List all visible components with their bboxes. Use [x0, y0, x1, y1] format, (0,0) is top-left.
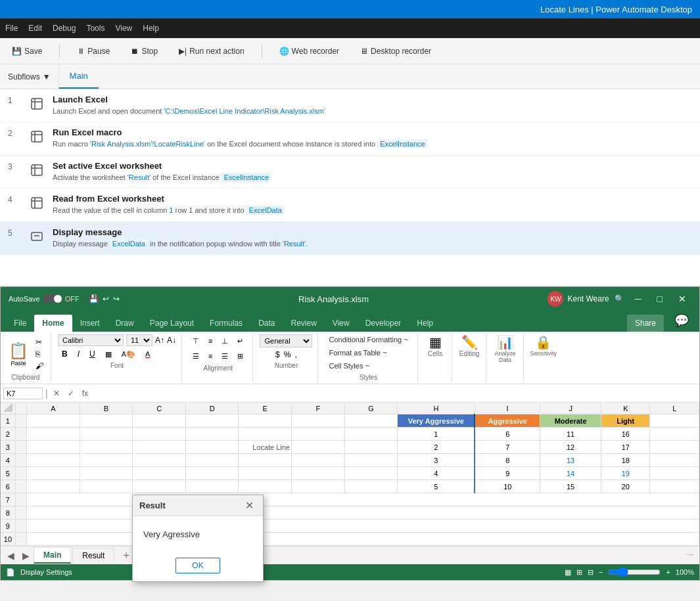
col-header-G[interactable]: G — [344, 403, 398, 414]
search-excel-icon[interactable]: 🔍 — [615, 294, 624, 303]
cell-B1[interactable] — [80, 414, 133, 428]
italic-button[interactable]: I — [74, 347, 83, 361]
tab-review[interactable]: Review — [283, 315, 324, 332]
cell-F5[interactable] — [292, 467, 345, 480]
fill-color-button[interactable]: A🎨 — [118, 348, 139, 361]
menu-edit[interactable]: Edit — [28, 24, 42, 33]
cell-L4[interactable] — [650, 454, 699, 467]
cell-L6[interactable] — [650, 480, 699, 493]
page-break-view-button[interactable]: ⊟ — [588, 568, 594, 577]
cell-J3[interactable]: 12 — [540, 441, 601, 454]
cell-G4[interactable] — [344, 454, 398, 467]
align-bottom-button[interactable]: ⊥ — [218, 334, 232, 348]
cell-K2[interactable]: 16 — [601, 428, 650, 441]
sheet-tab-result[interactable]: Result — [72, 548, 114, 563]
font-name-select[interactable]: Calibri — [58, 334, 124, 346]
cell-A5[interactable] — [27, 467, 80, 480]
subflows-button[interactable]: Subflows ▼ — [0, 64, 59, 89]
cell-D6[interactable] — [185, 480, 239, 493]
col-header-H[interactable]: H — [398, 403, 475, 414]
autosave-toggle[interactable]: AutoSave OFF — [9, 294, 80, 303]
tab-developer[interactable]: Developer — [358, 315, 409, 332]
action-row-1[interactable]: 1 Launch Excel Launch Excel and open doc… — [0, 89, 700, 122]
cell-H5[interactable]: 4 — [398, 467, 475, 480]
tab-home[interactable]: Home — [34, 315, 72, 332]
run-next-button[interactable]: ▶| Run next action — [175, 44, 248, 58]
sheet-tab-main[interactable]: Main — [34, 547, 71, 564]
menu-file[interactable]: File — [5, 24, 18, 33]
action-row-2[interactable]: 2 Run Excel macro Run macro 'Risk Analys… — [0, 122, 700, 155]
menu-view[interactable]: View — [115, 24, 132, 33]
number-format-select[interactable]: General — [260, 334, 312, 347]
col-header-A[interactable]: A — [27, 403, 80, 414]
cell-H1[interactable]: Very Aggressive — [398, 414, 475, 428]
menu-debug[interactable]: Debug — [53, 24, 76, 33]
undo-icon[interactable]: ↩ — [103, 294, 109, 303]
cell-I1[interactable]: Aggressive — [475, 414, 540, 428]
cell-F3[interactable] — [292, 441, 345, 454]
formula-input[interactable] — [93, 388, 697, 399]
cell-G5[interactable] — [344, 467, 398, 480]
cell-J6[interactable]: 15 — [540, 480, 601, 493]
zoom-slider[interactable] — [608, 567, 661, 577]
cell-H6[interactable]: 5 — [398, 480, 475, 493]
underline-button[interactable]: U — [85, 347, 99, 361]
cell-I2[interactable]: 6 — [475, 428, 540, 441]
cell-A1[interactable] — [27, 414, 80, 428]
zoom-in-button[interactable]: + — [666, 568, 670, 576]
cell-C6[interactable] — [133, 480, 186, 493]
cell-L5[interactable] — [650, 467, 699, 480]
tab-draw[interactable]: Draw — [108, 315, 142, 332]
col-header-K[interactable]: K — [601, 403, 650, 414]
menu-help[interactable]: Help — [143, 24, 159, 33]
col-header-J[interactable]: J — [540, 403, 601, 414]
cell-I5[interactable]: 9 — [475, 467, 540, 480]
cell-A2[interactable] — [27, 428, 80, 441]
sheet-nav-left[interactable]: ◀ — [3, 549, 18, 562]
cell-L2[interactable] — [650, 428, 699, 441]
cell-C1[interactable] — [133, 414, 186, 428]
insert-function-button[interactable]: fx — [80, 388, 91, 399]
cell-J4[interactable]: 13 — [540, 454, 601, 467]
confirm-formula-button[interactable]: ✓ — [65, 388, 77, 399]
cell-K3[interactable]: 17 — [601, 441, 650, 454]
conditional-formatting-button[interactable]: Conditional Formatting ~ — [325, 334, 411, 345]
align-middle-button[interactable]: ≡ — [204, 334, 216, 348]
redo-icon[interactable]: ↪ — [113, 294, 120, 303]
bold-button[interactable]: B — [58, 347, 72, 361]
desktop-recorder-button[interactable]: 🖥 Desktop recorder — [356, 44, 435, 58]
cell-K4[interactable]: 18 — [601, 454, 650, 467]
tab-page-layout[interactable]: Page Layout — [142, 315, 202, 332]
cancel-formula-button[interactable]: ✕ — [51, 388, 62, 399]
save-button[interactable]: 💾 Save — [8, 44, 46, 58]
cell-J5[interactable]: 14 — [540, 467, 601, 480]
action-row-3[interactable]: 3 Set active Excel worksheet Activate th… — [0, 156, 700, 189]
tab-data[interactable]: Data — [250, 315, 283, 332]
cell-G2[interactable] — [344, 428, 398, 441]
decrease-font-icon[interactable]: A↓ — [167, 336, 176, 345]
col-header-E[interactable]: E — [239, 403, 292, 414]
cut-button[interactable]: ✂ — [34, 337, 45, 347]
cell-G3[interactable] — [344, 441, 398, 454]
cell-H2[interactable]: 1 — [398, 428, 475, 441]
page-layout-view-button[interactable]: ⊞ — [576, 568, 582, 577]
align-left-button[interactable]: ☰ — [189, 349, 203, 363]
menu-tools[interactable]: Tools — [86, 24, 105, 33]
merge-button[interactable]: ⊞ — [233, 349, 247, 363]
col-header-D[interactable]: D — [185, 403, 239, 414]
cell-E6[interactable] — [239, 480, 292, 493]
cell-E2[interactable] — [239, 428, 292, 441]
tab-file[interactable]: File — [6, 315, 34, 332]
cell-F1[interactable] — [292, 414, 345, 428]
cell-C4[interactable] — [133, 454, 186, 467]
cell-G1[interactable] — [344, 414, 398, 428]
cell-F4[interactable] — [292, 454, 345, 467]
format-as-table-button[interactable]: Format as Table ~ — [325, 347, 411, 358]
cell-I4[interactable]: 8 — [475, 454, 540, 467]
cell-A4[interactable] — [27, 454, 80, 467]
autosave-track[interactable] — [43, 294, 62, 303]
col-header-C[interactable]: C — [133, 403, 186, 414]
cell-H4[interactable]: 3 — [398, 454, 475, 467]
cell-E4[interactable] — [239, 454, 292, 467]
font-color-button[interactable]: A — [141, 348, 154, 360]
